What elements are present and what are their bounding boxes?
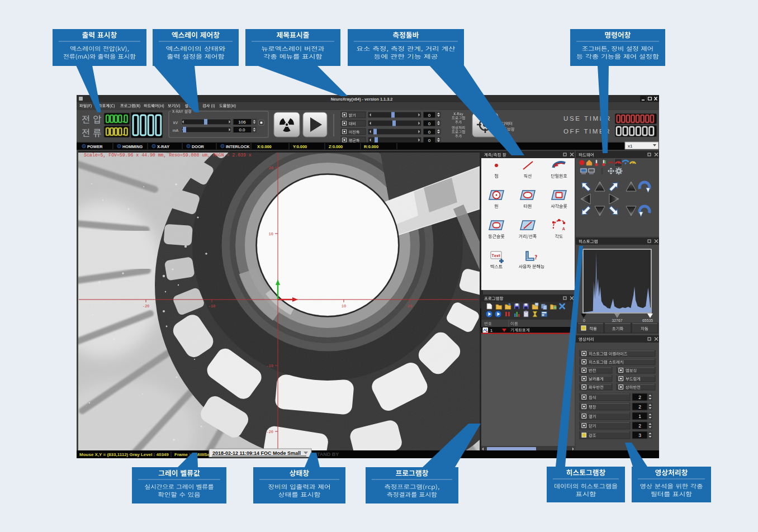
svg-text:X:0.000: X:0.000	[257, 144, 272, 149]
svg-text:106: 106	[238, 120, 246, 125]
svg-text:0: 0	[428, 121, 431, 126]
svg-text:20: 20	[408, 304, 412, 308]
svg-text:0: 0	[583, 319, 585, 322]
svg-text:mA: mA	[173, 129, 179, 132]
svg-text:2: 2	[638, 404, 641, 410]
svg-text:0: 0	[428, 113, 431, 118]
svg-text:Mouse X,Y = (833,1112) Gray L: Mouse X,Y = (833,1112) Gray Level : 4034…	[79, 452, 169, 457]
svg-text:10: 10	[269, 232, 273, 236]
svg-text:3: 3	[638, 433, 641, 438]
svg-text:HOMMING: HOMMING	[122, 144, 143, 149]
svg-text:Scale=5, FOV=59.96 x 44.90 mm,: Scale=5, FOV=59.96 x 44.90 mm, Reso=59.0…	[84, 153, 252, 158]
svg-text:-10: -10	[209, 304, 216, 308]
svg-text:65535: 65535	[642, 319, 653, 322]
svg-text:32767: 32767	[612, 319, 623, 322]
svg-text:Z:0.000: Z:0.000	[329, 144, 343, 149]
svg-text:DOOR: DOOR	[192, 144, 205, 149]
svg-text:20: 20	[269, 166, 273, 170]
svg-text:0: 0	[428, 138, 431, 143]
svg-text:-20: -20	[266, 430, 273, 434]
svg-text:1: 1	[490, 328, 492, 333]
svg-text:kV: kV	[173, 121, 178, 125]
svg-text:2018-02-12 11:09:14 FOC Mode S: 2018-02-12 11:09:14 FOC Mode Small	[212, 450, 301, 456]
svg-text:X-RAY: X-RAY	[157, 144, 169, 149]
svg-text:2: 2	[638, 395, 641, 400]
svg-text:0.0: 0.0	[239, 127, 245, 132]
svg-text:-10: -10	[266, 364, 273, 368]
svg-text:x1: x1	[628, 144, 633, 149]
svg-text:STAND BY: STAND BY	[314, 452, 339, 457]
svg-text:10: 10	[342, 304, 346, 308]
svg-text:2: 2	[638, 423, 641, 429]
svg-text:POWER: POWER	[87, 144, 103, 149]
svg-text:INTERLOCK: INTERLOCK	[226, 144, 250, 149]
svg-text:NeuroXray(x64) - version 1.1.3: NeuroXray(x64) - version 1.1.3.2	[331, 97, 393, 102]
svg-text:R:0.000: R:0.000	[364, 144, 378, 149]
svg-text:0: 0	[428, 130, 431, 135]
svg-text:Y:0.000: Y:0.000	[293, 144, 307, 149]
svg-text:1: 1	[638, 414, 641, 419]
svg-text:-20: -20	[143, 304, 150, 308]
